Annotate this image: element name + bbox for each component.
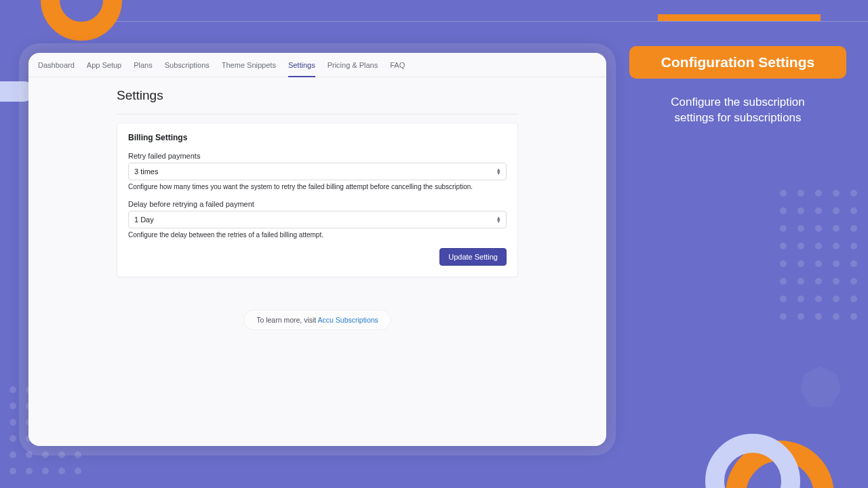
card-title: Billing Settings bbox=[128, 133, 507, 142]
tab-theme-snippets[interactable]: Theme Snippets bbox=[222, 61, 276, 77]
page-body: Settings Billing Settings Retry failed p… bbox=[28, 77, 606, 344]
retry-select-value: 3 times bbox=[134, 167, 158, 176]
info-panel: Configuration Settings Configure the sub… bbox=[629, 46, 846, 126]
tab-settings[interactable]: Settings bbox=[288, 61, 315, 77]
info-badge: Configuration Settings bbox=[629, 46, 846, 79]
update-setting-button[interactable]: Update Setting bbox=[439, 248, 507, 266]
chevron-updown-icon: ▴▾ bbox=[497, 168, 500, 176]
learn-more-pill: To learn more, visit Accu Subscriptions bbox=[243, 310, 391, 330]
tab-plans[interactable]: Plans bbox=[134, 61, 153, 77]
retry-help: Configure how many times you want the sy… bbox=[128, 183, 507, 190]
decor-heptagon bbox=[800, 366, 841, 407]
page-title: Settings bbox=[117, 85, 518, 115]
delay-select-value: 1 Day bbox=[134, 216, 154, 224]
delay-help: Configure the delay between the retries … bbox=[128, 231, 507, 239]
decor-dots-right bbox=[780, 190, 868, 325]
learn-prefix: To learn more, visit bbox=[256, 316, 317, 324]
tab-bar: Dashboard App Setup Plans Subscriptions … bbox=[28, 53, 606, 77]
delay-label: Delay before retrying a failed payment bbox=[128, 200, 507, 208]
button-row: Update Setting bbox=[128, 248, 507, 266]
retry-select[interactable]: 3 times ▴▾ bbox=[128, 163, 507, 180]
tab-faq[interactable]: FAQ bbox=[390, 61, 405, 77]
tab-app-setup[interactable]: App Setup bbox=[87, 61, 121, 77]
decor-ring-top bbox=[41, 0, 122, 41]
tab-subscriptions[interactable]: Subscriptions bbox=[165, 61, 210, 77]
tab-dashboard[interactable]: Dashboard bbox=[38, 61, 75, 77]
retry-label: Retry failed payments bbox=[128, 152, 507, 160]
divider-top bbox=[95, 21, 868, 22]
info-description: Configure the subscription settings for … bbox=[629, 95, 846, 126]
app-window: Dashboard App Setup Plans Subscriptions … bbox=[28, 53, 606, 446]
tab-pricing-plans[interactable]: Pricing & Plans bbox=[328, 61, 378, 77]
accent-bar bbox=[658, 14, 821, 21]
billing-settings-card: Billing Settings Retry failed payments 3… bbox=[117, 123, 518, 277]
delay-select[interactable]: 1 Day ▴▾ bbox=[128, 211, 507, 228]
learn-link[interactable]: Accu Subscriptions bbox=[318, 316, 378, 324]
chevron-updown-icon: ▴▾ bbox=[497, 216, 500, 224]
